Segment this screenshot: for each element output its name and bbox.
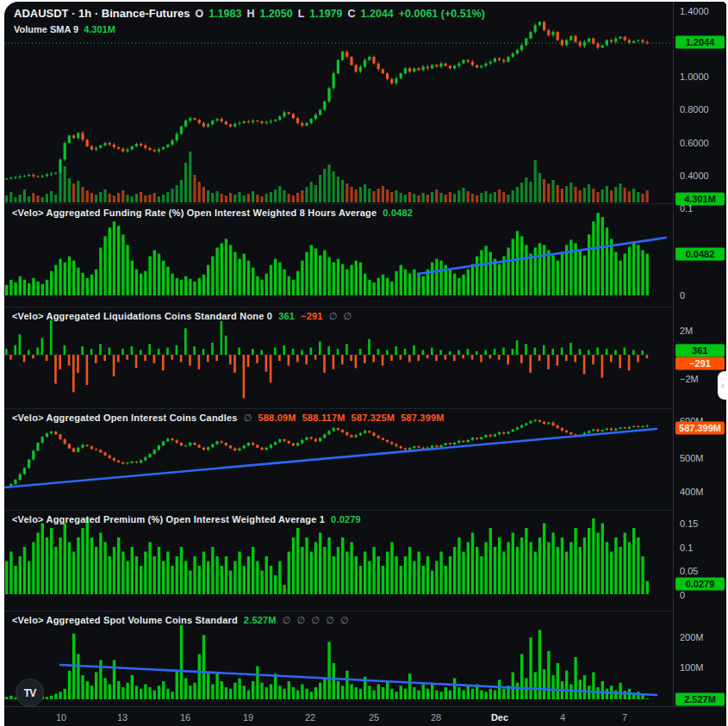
symbol-title[interactable]: ADAUSDT · 1h · Binance-Futures	[14, 7, 190, 20]
axis-label: 0.8000	[680, 104, 709, 115]
axis-label: 0.1	[680, 543, 693, 553]
time-label: 7	[622, 712, 627, 723]
axis-price-badge: 0.0482	[675, 248, 725, 261]
open-interest-title-segment: <Velo> Aggregated Open Interest Coins Ca…	[12, 413, 238, 423]
high-label: H	[246, 8, 254, 20]
time-label: 22	[305, 712, 315, 723]
liquidations-title[interactable]: <Velo> Aggregated Liquidations Coins Sta…	[12, 311, 352, 322]
spot-volume-title-segment: ∅	[311, 615, 320, 626]
spot-volume-title[interactable]: <Velo> Aggregated Spot Volume Coins Stan…	[12, 615, 349, 626]
volume-sma-label: Volume SMA 9	[14, 24, 78, 34]
axis-label: 1.4000	[680, 6, 709, 16]
axis-label: 1.0000	[680, 71, 709, 82]
chevron-left-icon: ‹	[721, 381, 724, 390]
axis-label: 0.6000	[680, 138, 709, 148]
axis-label: 0.05	[680, 566, 698, 576]
price-axis[interactable]: 1.40001.00000.80000.60000.40001.20444.30…	[673, 2, 726, 706]
axis-label: 0	[680, 290, 685, 301]
chart-legend[interactable]: ADAUSDT · 1h · Binance-Futures O 1.1983 …	[14, 7, 485, 34]
time-axis[interactable]: 10131619222528Dec47	[4, 706, 726, 726]
funding-plot	[4, 203, 673, 307]
spot-volume-title-segment: 2.527M	[244, 615, 277, 625]
low-label: L	[298, 8, 305, 20]
axis-price-badge: 587.399M	[675, 422, 725, 435]
axis-label: 400M	[680, 487, 704, 497]
axis-label: 0.4000	[680, 171, 709, 181]
spot-volume-title-segment: ∅	[297, 615, 306, 626]
pane-open-interest[interactable]: <Velo> Aggregated Open Interest Coins Ca…	[4, 408, 673, 511]
premium-plot	[4, 510, 673, 611]
tradingview-logo[interactable]: TV	[16, 679, 44, 707]
spot-volume-title-segment: ∅	[283, 615, 291, 626]
pane-spot-volume[interactable]: <Velo> Aggregated Spot Volume Coins Stan…	[4, 611, 673, 707]
axis-price-badge: 2.527M	[675, 693, 725, 706]
time-label: 19	[243, 712, 253, 723]
funding-title[interactable]: <Velo> Aggregated Funding Rate (%) Open …	[12, 208, 413, 218]
liquidations-title-segment: ∅	[343, 311, 352, 322]
close-label: C	[348, 8, 356, 20]
panel-collapse-handle[interactable]: ‹	[718, 371, 728, 400]
axis-label: 0	[680, 590, 685, 600]
volume-sma-value: 4.301M	[84, 24, 115, 34]
time-label: 16	[180, 712, 190, 723]
pane-premium[interactable]: <Velo> Aggregated Premium (%) Open Inter…	[4, 510, 673, 611]
liquidations-title-segment: ∅	[329, 311, 338, 322]
open-interest-title-segment: 587.325M	[352, 413, 395, 423]
axis-label: 100M	[680, 662, 704, 673]
time-label: 13	[117, 712, 128, 723]
axis-label: 200M	[680, 632, 704, 642]
open-interest-title-segment: 587.399M	[401, 413, 445, 423]
open-interest-title-segment: 588.117M	[302, 413, 345, 423]
pane-liquidations[interactable]: <Velo> Aggregated Liquidations Coins Sta…	[4, 307, 673, 409]
axis-label: −2M	[680, 374, 699, 384]
page: ADAUSDT · 1h · Binance-Futures O 1.1983 …	[0, 0, 728, 726]
spot-volume-title-segment: <Velo> Aggregated Spot Volume Coins Stan…	[12, 615, 238, 625]
liquidations-title-segment: <Velo> Aggregated Liquidations Coins Sta…	[12, 311, 272, 321]
spot-volume-title-segment: ∅	[340, 615, 349, 626]
close-value: 1.2044	[361, 8, 394, 20]
premium-title-segment: 0.0279	[331, 514, 361, 524]
funding-title-segment: 0.0482	[383, 208, 413, 218]
chart-widget: ADAUSDT · 1h · Binance-Futures O 1.1983 …	[4, 2, 726, 726]
axis-label: 500M	[680, 453, 704, 463]
spot-volume-title-segment: ∅	[326, 615, 334, 626]
funding-title-segment: <Velo> Aggregated Funding Rate (%) Open …	[12, 208, 376, 218]
symbol-ohlc-row: ADAUSDT · 1h · Binance-Futures O 1.1983 …	[14, 7, 485, 20]
open-interest-title[interactable]: <Velo> Aggregated Open Interest Coins Ca…	[12, 413, 445, 424]
premium-title-segment: <Velo> Aggregated Premium (%) Open Inter…	[12, 514, 325, 524]
axis-price-badge: 0.0279	[675, 578, 725, 591]
time-label: Dec	[491, 712, 508, 723]
open-label: O	[195, 8, 203, 20]
change-value: +0.0061 (+0.51%)	[399, 8, 485, 20]
time-label: 4	[560, 712, 565, 723]
high-value: 1.2050	[259, 8, 292, 20]
time-label: 25	[369, 712, 379, 723]
liquidations-title-segment: 361	[278, 311, 295, 321]
axis-price-badge: 1.2044	[675, 36, 725, 49]
open-interest-title-segment: 588.09M	[258, 413, 296, 423]
open-interest-title-segment: ∅	[244, 413, 252, 424]
axis-label: 0.1	[680, 203, 693, 214]
premium-title[interactable]: <Velo> Aggregated Premium (%) Open Inter…	[12, 514, 361, 524]
axis-price-badge: 361	[675, 344, 725, 357]
axis-label: 0.15	[680, 518, 698, 529]
pane-funding[interactable]: <Velo> Aggregated Funding Rate (%) Open …	[4, 203, 673, 307]
axis-price-badge: −291	[675, 357, 725, 370]
open-value: 1.1983	[208, 8, 241, 20]
time-label: 28	[431, 712, 441, 723]
open-interest-trendline[interactable]	[4, 429, 656, 487]
liquidations-title-segment: −291	[301, 311, 323, 321]
volume-indicator-row[interactable]: Volume SMA 9 4.301M	[14, 24, 485, 34]
time-label: 10	[56, 712, 66, 723]
low-value: 1.1979	[309, 8, 342, 20]
axis-label: 2M	[680, 326, 693, 336]
